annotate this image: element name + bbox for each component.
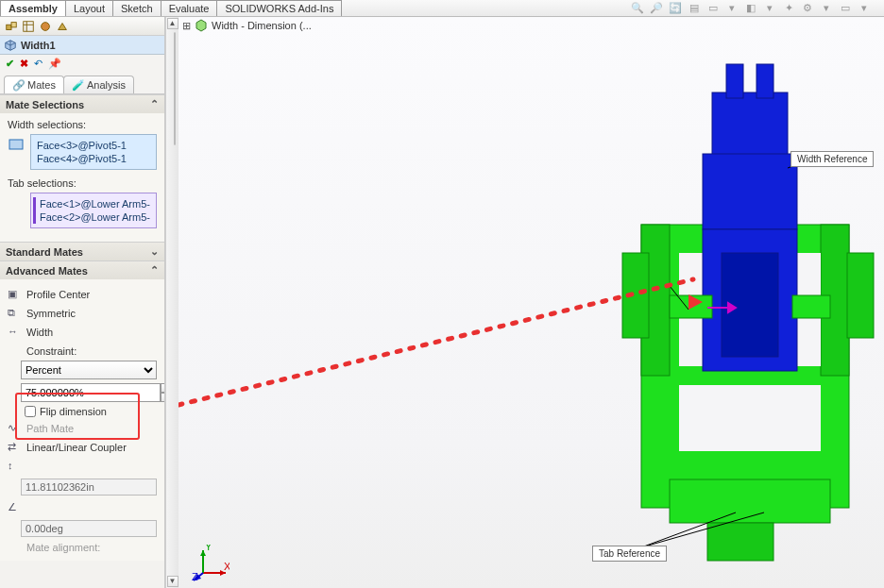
profile-center-icon: ▣ (8, 288, 21, 301)
spinner-down[interactable]: ▼ (161, 393, 164, 402)
tree-expand-icon[interactable]: ⊞ (182, 20, 191, 32)
view-triad[interactable]: Y X Z (192, 545, 230, 582)
rotate-icon[interactable]: 🔄 (669, 2, 682, 15)
standard-mates-header-label: Standard Mates (6, 246, 83, 258)
zoom-fit-icon[interactable]: 🔍 (631, 2, 644, 15)
subtab-analysis[interactable]: 🧪 Analysis (63, 76, 134, 93)
flip-dimension-label: Flip dimension (40, 406, 107, 417)
property-manager: Width1 ✔ ✖ ↶ 📌 🔗 Mates 🧪 Analysis Mate S… (0, 17, 165, 588)
pm-assembly-icon[interactable] (4, 19, 19, 34)
pm-display-icon[interactable] (38, 19, 53, 34)
scroll-thumb[interactable] (174, 32, 176, 145)
symmetric-label: Symmetric (26, 308, 76, 319)
tab-selections-list[interactable]: Face<1>@Lower Arm5- Face<2>@Lower Arm5- (30, 193, 157, 228)
mate-alignment-label: Mate alignment: (26, 540, 157, 555)
mate-linear-coupler[interactable]: ⇄Linear/Linear Coupler (8, 438, 157, 457)
scroll-down[interactable]: ▼ (167, 576, 178, 587)
pushpin-button[interactable]: 📌 (48, 58, 61, 70)
more-icon[interactable]: ▭ (839, 2, 852, 15)
undo-button[interactable]: ↶ (34, 58, 42, 70)
angle-row: ∠ (8, 498, 157, 517)
mates-tab-icon: 🔗 (12, 79, 24, 91)
tab-addins[interactable]: SOLIDWORKS Add-Ins (216, 0, 342, 16)
tab-assembly[interactable]: Assembly (0, 0, 66, 16)
width-label: Width (26, 327, 53, 338)
standard-mates-header[interactable]: Standard Mates ⌄ (0, 243, 164, 260)
dimension-icon (195, 19, 208, 32)
distance-icon: ↕ (8, 460, 21, 473)
svg-text:Y: Y (205, 545, 212, 552)
mate-icon (4, 39, 17, 52)
mate-selections-header[interactable]: Mate Selections ⌃ (0, 95, 164, 113)
constraint-select[interactable]: Percent (21, 361, 157, 379)
svg-rect-11 (707, 523, 774, 561)
advanced-mates-header-label: Advanced Mates (6, 265, 88, 277)
svg-text:Z: Z (192, 571, 198, 582)
collapse-icon: ⌃ (150, 98, 159, 110)
pm-scroll[interactable]: Mate Selections ⌃ Width selections: Face… (0, 94, 164, 588)
feature-name: Width1 (21, 40, 56, 51)
scene-icon[interactable]: ✦ (782, 2, 795, 15)
section-standard-mates: Standard Mates ⌄ (0, 242, 164, 260)
svg-rect-1 (11, 22, 16, 26)
breadcrumb[interactable]: ⊞ Width - Dimension (... (182, 19, 312, 32)
pm-subtabs: 🔗 Mates 🧪 Analysis (0, 72, 164, 94)
width-icon: ↔ (8, 326, 21, 339)
spinner-up[interactable]: ▲ (161, 383, 164, 393)
ok-button[interactable]: ✔ (6, 58, 14, 70)
subtab-mates-label: Mates (27, 79, 56, 91)
list-item[interactable]: Face<4>@Pivot5-1 (37, 152, 150, 165)
section-icon[interactable]: ▤ (688, 2, 701, 15)
mate-width[interactable]: ↔Width (8, 323, 157, 342)
list-item[interactable]: Face<2>@Lower Arm5- (33, 210, 150, 224)
settings-icon[interactable]: ⚙ (801, 2, 814, 15)
width-selections-label: Width selections: (8, 119, 157, 130)
section-advanced-mates: Advanced Mates ⌃ ▣Profile Center ⧉Symmet… (0, 260, 164, 561)
percent-input[interactable] (21, 383, 161, 402)
mate-profile-center[interactable]: ▣Profile Center (8, 285, 157, 304)
analysis-tab-icon: 🧪 (72, 79, 83, 91)
display-style-icon[interactable]: ▭ (706, 2, 720, 15)
subtab-mates[interactable]: 🔗 Mates (4, 76, 64, 93)
pm-extra-icon[interactable] (55, 19, 70, 34)
callout-width-reference: Width Reference (790, 151, 874, 167)
svg-rect-15 (726, 64, 743, 98)
pm-actions: ✔ ✖ ↶ 📌 (0, 55, 164, 72)
tab-evaluate[interactable]: Evaluate (161, 0, 218, 16)
distance-input (21, 479, 157, 496)
list-item[interactable]: Face<1>@Lower Arm5- (33, 197, 150, 210)
cancel-button[interactable]: ✖ (20, 58, 28, 70)
advanced-mates-header[interactable]: Advanced Mates ⌃ (0, 261, 164, 279)
dropdown-icon[interactable]: ▾ (725, 2, 739, 15)
list-item[interactable]: Face<3>@Pivot5-1 (37, 139, 150, 152)
dropdown2-icon[interactable]: ▾ (763, 2, 776, 15)
panel-scrollbar[interactable]: ▲ ▼ (165, 17, 178, 588)
constraint-label: Constraint: (26, 342, 157, 357)
svg-rect-16 (756, 64, 774, 98)
mate-selections-header-label: Mate Selections (6, 99, 84, 110)
dropdown4-icon[interactable]: ▾ (858, 2, 871, 15)
model-view[interactable] (613, 64, 884, 564)
path-mate-label: Path Mate (26, 423, 74, 434)
linear-coupler-label: Linear/Linear Coupler (26, 442, 127, 453)
svg-point-3 (42, 22, 50, 30)
scroll-up[interactable]: ▲ (167, 18, 178, 29)
section-mate-selections: Mate Selections ⌃ Width selections: Face… (0, 94, 164, 242)
collapse-icon: ⌃ (150, 264, 159, 277)
callout-tab-reference: Tab Reference (592, 546, 667, 562)
svg-rect-17 (703, 154, 797, 229)
pm-toolbar (0, 17, 164, 36)
breadcrumb-label: Width - Dimension (... (212, 20, 312, 31)
pm-config-icon[interactable] (21, 19, 36, 34)
flip-dimension-checkbox[interactable] (25, 406, 36, 417)
graphics-area[interactable]: ⊞ Width - Dimension (... (178, 17, 884, 588)
profile-center-label: Profile Center (26, 289, 90, 300)
mate-symmetric[interactable]: ⧉Symmetric (8, 304, 157, 323)
width-selections-list[interactable]: Face<3>@Pivot5-1 Face<4>@Pivot5-1 (30, 134, 157, 170)
tab-layout[interactable]: Layout (65, 0, 113, 16)
tab-sketch[interactable]: Sketch (112, 0, 162, 16)
expand-icon: ⌄ (150, 245, 159, 258)
dropdown3-icon[interactable]: ▾ (820, 2, 833, 15)
cube-icon[interactable]: ◧ (744, 2, 757, 15)
zoom-area-icon[interactable]: 🔎 (650, 2, 663, 15)
